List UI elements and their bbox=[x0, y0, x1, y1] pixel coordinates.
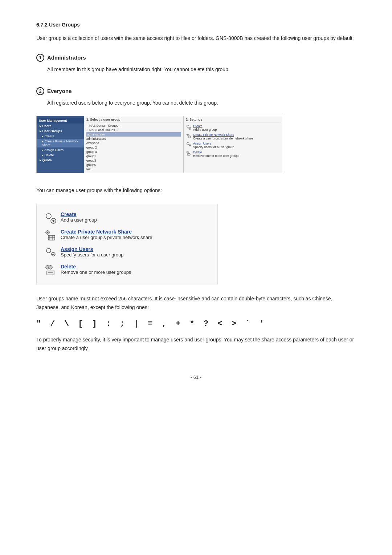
option-delete-text: Delete Remove one or more user groups bbox=[61, 264, 131, 275]
group1-desc: All members in this group have administr… bbox=[47, 65, 356, 74]
ss-col2: 2. Settings CreateAdd a user group bbox=[183, 116, 283, 173]
options-block: Create Add a user group Create Private N… bbox=[36, 204, 218, 284]
ss-item-10: test bbox=[86, 167, 181, 171]
option-share: Create Private Network Share Create a us… bbox=[44, 227, 210, 244]
screenshot-image: User Management ▸ Users ▸ User Groups ▸ … bbox=[36, 116, 283, 173]
intro-paragraph: User group is a collection of users with… bbox=[36, 34, 356, 43]
svg-rect-13 bbox=[187, 154, 190, 155]
ss-col1: 1. Select a user group -- NAS Domain Gro… bbox=[84, 116, 183, 173]
create-icon bbox=[44, 211, 57, 224]
option-share-text: Create Private Network Share Create a us… bbox=[61, 229, 152, 240]
ss-item-5: group 2 bbox=[86, 145, 181, 150]
page-footer: - 61 - bbox=[36, 374, 356, 380]
manage-intro-text: You can manage user groups with the foll… bbox=[36, 186, 356, 195]
option-create-title[interactable]: Create bbox=[61, 211, 97, 217]
group1-number: 1 bbox=[36, 54, 44, 62]
ss-sidebar-cpns: ▸ Create Private Network Share bbox=[37, 139, 84, 147]
svg-point-25 bbox=[46, 248, 51, 253]
option-users-text: Assign Users Specify users for a user gr… bbox=[61, 246, 123, 258]
ss-action-delete: DeleteRemove one or more user groups bbox=[186, 150, 281, 158]
group1-name: Administrators bbox=[47, 54, 86, 61]
svg-point-29 bbox=[49, 266, 52, 269]
ss-item-7: group1 bbox=[86, 154, 181, 158]
svg-point-0 bbox=[187, 125, 189, 127]
ss-action-assign: Assign UsersSpecify users for a user gro… bbox=[186, 141, 281, 150]
option-users: Assign Users Specify users for a user gr… bbox=[44, 244, 210, 262]
option-share-title[interactable]: Create Private Network Share bbox=[61, 229, 152, 235]
screenshot-main: 1. Select a user group -- NAS Domain Gro… bbox=[84, 116, 283, 173]
option-delete-title[interactable]: Delete bbox=[61, 264, 131, 270]
option-create-text: Create Add a user group bbox=[61, 211, 97, 223]
option-delete-desc: Remove one or more user groups bbox=[61, 270, 131, 275]
section-title: 6.7.2 User Groups bbox=[36, 22, 356, 28]
option-users-title[interactable]: Assign Users bbox=[61, 246, 123, 252]
ss-item-4: everyone bbox=[86, 141, 181, 145]
option-create-desc: Add a user group bbox=[61, 217, 97, 223]
ss-sidebar-assignusers: ▸ Assign Users bbox=[37, 147, 84, 153]
option-users-desc: Specify users for a user group bbox=[61, 252, 123, 258]
ss-sidebar-delete: ▸ Delete bbox=[37, 153, 84, 158]
ss-item-1: -- NAS Local Groups -- bbox=[86, 128, 181, 132]
ss-item-0: -- NAS Domain Groups -- bbox=[86, 123, 181, 128]
screenshot-sidebar: User Management ▸ Users ▸ User Groups ▸ … bbox=[37, 116, 84, 173]
group2-number: 2 bbox=[36, 87, 44, 95]
special-chars-display: " / \ [ ] : ; | = , + * ? < > ` ' bbox=[36, 319, 356, 328]
ss-item-3: administrators bbox=[86, 137, 181, 141]
body-text-2: To properly manage security, it is very … bbox=[36, 336, 356, 353]
svg-rect-5 bbox=[188, 136, 191, 138]
section-heading: 6.7.2 User Groups bbox=[36, 22, 356, 28]
option-share-desc: Create a user group's private network sh… bbox=[61, 235, 152, 240]
svg-point-21 bbox=[47, 232, 48, 233]
administrators-group: 1 Administrators All members in this gro… bbox=[36, 54, 356, 74]
body-text-1: User groups name must not exceed 256 cha… bbox=[36, 295, 356, 312]
ss-sidebar-users: ▸ Users bbox=[37, 123, 84, 129]
ss-item-6: group 4 bbox=[86, 150, 181, 154]
option-delete: Delete Remove one or more user groups bbox=[44, 262, 210, 279]
users-icon bbox=[44, 246, 57, 259]
ss-col1-title: 1. Select a user group bbox=[86, 118, 181, 122]
svg-point-15 bbox=[46, 214, 51, 219]
ss-sidebar-create: ▸ Create bbox=[37, 134, 84, 139]
ss-col2-title: 2. Settings bbox=[186, 118, 281, 122]
ss-item-9: group5 bbox=[86, 163, 181, 167]
ss-item-2: administrator bbox=[86, 132, 181, 137]
svg-point-9 bbox=[187, 143, 189, 145]
share-icon bbox=[44, 229, 57, 242]
ss-sidebar-usergroups: ▸ User Groups bbox=[37, 129, 84, 134]
ss-sidebar-quota: ▸ Quota bbox=[37, 158, 84, 163]
svg-point-12 bbox=[187, 151, 188, 153]
ss-sidebar-title: User Management bbox=[37, 118, 84, 123]
group2-desc: All registered users belong to everyone … bbox=[47, 99, 356, 108]
ss-action-cpns: Create Private Network ShareCreate a use… bbox=[186, 132, 281, 141]
ss-item-8: group3 bbox=[86, 158, 181, 163]
svg-point-6 bbox=[187, 134, 188, 135]
ss-action-create: CreateAdd a user group bbox=[186, 123, 281, 132]
delete-icon bbox=[44, 264, 57, 277]
option-create: Create Add a user group bbox=[44, 209, 210, 227]
group2-name: Everyone bbox=[47, 88, 72, 94]
everyone-group: 2 Everyone All registered users belong t… bbox=[36, 87, 356, 174]
